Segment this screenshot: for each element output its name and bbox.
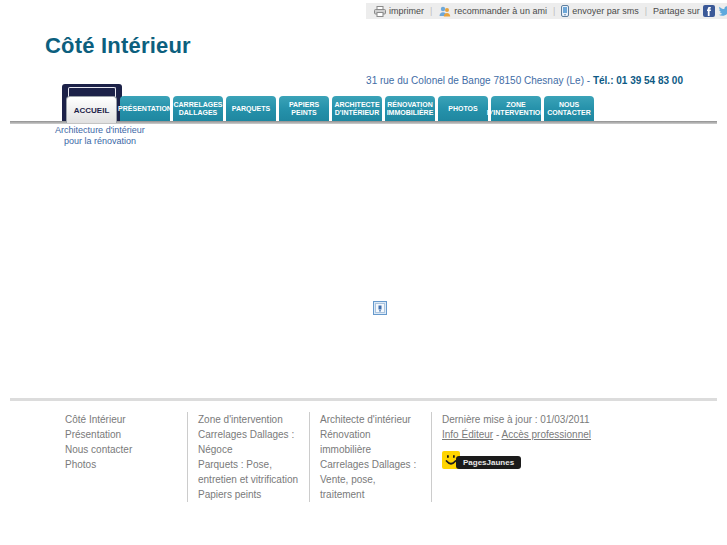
footer-link[interactable]: Carrelages Dallages : Négoce <box>198 427 299 457</box>
pagesjaunes-logo[interactable]: PagesJaunes <box>442 451 522 470</box>
page: imprimer | recommander à un ami | envoye… <box>0 0 727 545</box>
footer-column-services-1: Zone d'intervention Carrelages Dallages … <box>187 412 309 502</box>
last-update: Dernière mise à jour : 01/03/2011 <box>442 412 591 427</box>
footer-link[interactable]: Côté Intérieur <box>65 412 177 427</box>
tab-papiers-peints[interactable]: PAPIERS PEINTS <box>279 96 329 121</box>
tab-nous-contacter[interactable]: NOUS CONTACTER <box>544 96 594 121</box>
phone-number: Tél.: 01 39 54 83 00 <box>593 75 683 86</box>
footer-link[interactable]: Nous contacter <box>65 442 177 457</box>
footer-column-services-2: Architecte d'intérieur Rénovation immobi… <box>309 412 431 502</box>
missing-image-icon <box>373 301 387 315</box>
tagline-line2: pour la rénovation <box>64 136 136 146</box>
footer-link[interactable]: Présentation <box>65 427 177 442</box>
share-on-label: Partage sur <box>653 6 700 16</box>
footer-column-site: Côté Intérieur Présentation Nous contact… <box>65 412 187 502</box>
twitter-bird-icon[interactable] <box>718 6 727 17</box>
tab-photos[interactable]: PHOTOS <box>438 96 488 121</box>
share-bar: imprimer | recommander à un ami | envoye… <box>366 2 727 20</box>
address-line: 31 rue du Colonel de Bange 78150 Chesnay… <box>366 75 683 86</box>
links-separator: - <box>496 429 499 440</box>
sms-label: envoyer par sms <box>572 6 639 16</box>
printer-icon <box>374 6 386 17</box>
footer-link[interactable]: Zone d'intervention <box>198 412 299 427</box>
share-strip: imprimer | recommander à un ami | envoye… <box>366 3 727 19</box>
footer-link[interactable]: Papiers peints <box>198 487 299 502</box>
facebook-icon[interactable] <box>703 5 715 17</box>
friends-icon <box>438 6 451 17</box>
print-button[interactable]: imprimer <box>374 6 424 17</box>
footer-link[interactable]: Photos <box>65 457 177 472</box>
recommend-button[interactable]: recommander à un ami <box>438 6 547 17</box>
separator: | <box>645 6 647 16</box>
footer-link[interactable]: Carrelages Dallages : Vente, pose, trait… <box>320 457 421 502</box>
address-separator: - <box>587 75 590 86</box>
tab-renovation-immobiliere[interactable]: RÉNOVATION IMMOBILIÈRE <box>385 96 435 121</box>
tab-accueil[interactable]: ACCUEIL <box>66 96 117 123</box>
footer-link[interactable]: Architecte d'intérieur <box>320 412 421 427</box>
tab-carrelages-dallages[interactable]: CARRELAGES DALLAGES <box>173 96 223 121</box>
address-text: 31 rue du Colonel de Bange 78150 Chesnay… <box>366 75 584 86</box>
footer: Côté Intérieur Présentation Nous contact… <box>65 412 601 502</box>
footer-divider <box>10 398 717 401</box>
footer-column-meta: Dernière mise à jour : 01/03/2011 Info É… <box>431 412 601 502</box>
separator: | <box>430 6 432 16</box>
pagesjaunes-label: PagesJaunes <box>456 456 521 469</box>
footer-link[interactable]: Parquets : Pose, entretien et vitrificat… <box>198 457 299 487</box>
main-navigation: PRÉSENTATION CARRELAGES DALLAGES PARQUET… <box>120 96 594 121</box>
separator: | <box>553 6 555 16</box>
sms-button[interactable]: envoyer par sms <box>561 5 639 17</box>
recommend-label: recommander à un ami <box>454 6 547 16</box>
editor-links: Info Éditeur - Accès professionnel <box>442 427 591 442</box>
tagline: Architecture d'intérieur pour la rénovat… <box>38 125 162 147</box>
tagline-line1: Architecture d'intérieur <box>55 125 145 135</box>
tab-zone-intervention[interactable]: ZONE D'INTERVENTION <box>491 96 541 121</box>
share-on-group: Partage sur <box>653 5 727 17</box>
print-label: imprimer <box>389 6 424 16</box>
acces-professionnel-link[interactable]: Accès professionnel <box>502 429 592 440</box>
info-editeur-link[interactable]: Info Éditeur <box>442 429 493 440</box>
footer-link[interactable]: Rénovation immobilière <box>320 427 421 457</box>
tab-architecte-interieur[interactable]: ARCHITECTE D'INTÉRIEUR <box>332 96 382 121</box>
tab-parquets[interactable]: PARQUETS <box>226 96 276 121</box>
mobile-phone-icon <box>561 5 569 17</box>
tab-presentation[interactable]: PRÉSENTATION <box>120 96 170 121</box>
site-title: Côté Intérieur <box>45 33 191 59</box>
